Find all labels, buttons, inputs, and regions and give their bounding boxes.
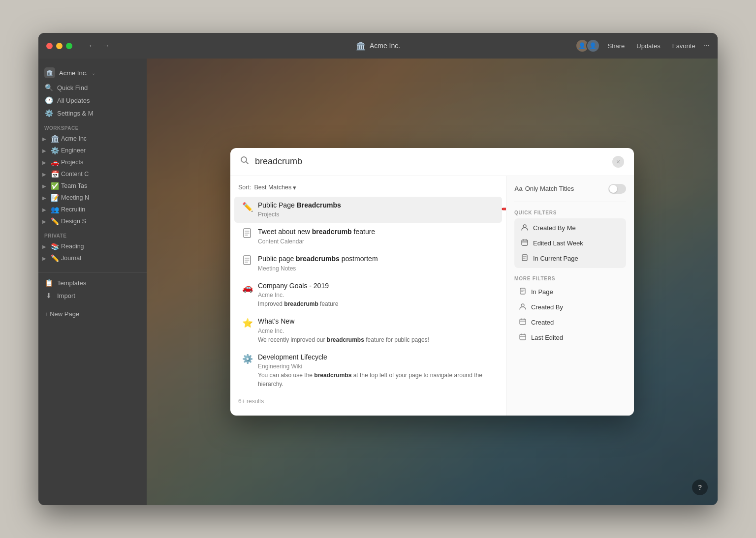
sidebar-item-engineering[interactable]: ▶ ⚙️ Engineer (38, 145, 147, 156)
team-label: Team Tas (61, 182, 87, 189)
favorite-button[interactable]: Favorite (668, 40, 699, 52)
sidebar-item-team[interactable]: ▶ ✅ Team Tas (38, 180, 147, 192)
filter-edited-last-week[interactable]: Edited Last Week (516, 236, 624, 251)
search-body: Sort: Best Matches ▾ ✏️ Public Pa (230, 176, 634, 416)
sort-bar: Sort: Best Matches ▾ (230, 182, 506, 196)
app-body: 🏛️ Acme Inc. ⌄ 🔍 Quick Find 🕐 All Update… (38, 59, 718, 505)
minimize-button[interactable] (56, 43, 63, 49)
search-modal: × Sort: Best Matches ▾ (230, 148, 634, 416)
sidebar-item-templates[interactable]: 📋 Templates (38, 276, 147, 289)
result-icon-doc (242, 255, 253, 268)
forward-button[interactable]: → (100, 40, 112, 51)
result-item[interactable]: ⚙️ Development Lifecycle Engineering Wik… (234, 349, 502, 393)
filter-in-page[interactable]: In Page (514, 284, 626, 299)
maximize-button[interactable] (66, 43, 72, 49)
more-filters-title: MORE FILTERS (514, 276, 626, 281)
page-title: Acme Inc. (370, 42, 400, 50)
filter-created[interactable]: Created (514, 315, 626, 330)
tree-arrow-icon: ▶ (42, 172, 48, 177)
sidebar-item-design[interactable]: ▶ ✏️ Design S (38, 215, 147, 227)
section-private-label: PRIVATE (38, 227, 147, 240)
result-item[interactable]: Public page breadcrumbs postmortem Meeti… (234, 250, 502, 277)
result-item[interactable]: Tweet about new breadcrumb feature Conte… (234, 223, 502, 250)
sidebar-item-acme[interactable]: ▶ 🏛️ Acme Inc (38, 133, 147, 145)
sidebar-item-settings[interactable]: ⚙️ Settings & M (38, 107, 147, 120)
acme-icon: 🏛️ (50, 135, 59, 143)
result-snippet: We recently improved our breadcrumbs fea… (258, 335, 494, 344)
share-button[interactable]: Share (604, 40, 629, 52)
sidebar-item-import[interactable]: ⬇ Import (38, 289, 147, 302)
sidebar-item-all-updates[interactable]: 🕐 All Updates (38, 94, 147, 107)
engineering-label: Engineer (61, 147, 86, 154)
result-item[interactable]: ✏️ Public Page Breadcrumbs Projects (234, 197, 502, 223)
sidebar-item-recruiting[interactable]: ▶ 👥 Recruitin (38, 204, 147, 215)
filter-created-by-me[interactable]: Created By Me (516, 220, 624, 236)
result-content: Public Page Breadcrumbs Projects (258, 201, 494, 219)
result-icon-star: ⭐ (242, 318, 253, 329)
chevron-down-icon: ▾ (293, 184, 296, 191)
search-input[interactable] (255, 156, 606, 167)
calendar-icon (518, 318, 527, 327)
result-title: Development Lifecycle (258, 353, 494, 362)
result-icon-gear: ⚙️ (242, 354, 253, 364)
filter-in-current-page[interactable]: In Current Page (516, 251, 624, 266)
result-subtitle: Acme Inc. (258, 328, 494, 334)
sort-button[interactable]: Best Matches ▾ (254, 184, 296, 191)
clear-search-button[interactable]: × (612, 156, 624, 168)
reading-icon: 📚 (50, 242, 59, 250)
only-match-label: Aa Only Match Titles (514, 185, 574, 192)
back-button[interactable]: ← (86, 40, 98, 51)
nav-arrows: ← → (86, 40, 112, 51)
only-match-titles-toggle[interactable] (608, 184, 626, 194)
team-icon: ✅ (50, 182, 59, 190)
page-icon: 🏛️ (356, 41, 366, 51)
page-icon (518, 288, 527, 296)
sidebar-item-meeting[interactable]: ▶ 📝 Meeting N (38, 192, 147, 204)
result-snippet: Improved breadcrumb feature (258, 299, 494, 308)
titlebar-center: 🏛️ Acme Inc. (356, 41, 400, 51)
meeting-label: Meeting N (61, 194, 89, 201)
app-window: ← → 🏛️ Acme Inc. 👤 👤 Share Updates Favor… (38, 33, 718, 505)
journal-label: Journal (61, 255, 81, 262)
sidebar-item-new-page[interactable]: + New Page (38, 308, 147, 320)
sidebar-item-content[interactable]: ▶ 📅 Content C (38, 168, 147, 180)
person-icon (518, 303, 527, 311)
result-title: Public Page Breadcrumbs (258, 201, 494, 210)
svg-rect-8 (520, 319, 526, 325)
filter-last-edited[interactable]: Last Edited (514, 330, 626, 345)
updates-button[interactable]: Updates (632, 40, 664, 52)
content-label: Content C (61, 171, 89, 178)
quick-filters-box: Created By Me (514, 218, 626, 268)
workspace-name: Acme Inc. (59, 69, 88, 77)
result-item[interactable]: ⭐ What's New Acme Inc. We recently impro… (234, 313, 502, 348)
sidebar-item-quick-find[interactable]: 🔍 Quick Find (38, 81, 147, 94)
result-content: What's New Acme Inc. We recently improve… (258, 317, 494, 344)
recruiting-icon: 👥 (50, 206, 59, 213)
more-button[interactable]: ··· (703, 41, 710, 50)
search-icon (240, 156, 249, 167)
calendar-icon (518, 333, 527, 342)
workspace-icon: 🏛️ (44, 67, 55, 78)
sidebar-item-reading[interactable]: ▶ 📚 Reading (38, 240, 147, 252)
close-button[interactable] (46, 43, 53, 49)
result-subtitle: Engineering Wiki (258, 363, 494, 370)
result-content: Tweet about new breadcrumb feature Conte… (258, 227, 494, 246)
sidebar-item-journal[interactable]: ▶ ✏️ Journal (38, 252, 147, 264)
engineering-icon: ⚙️ (50, 147, 59, 154)
sidebar-item-projects[interactable]: ▶ 🚗 Projects (38, 156, 147, 168)
svg-point-0 (241, 157, 247, 162)
import-label: Import (57, 292, 75, 299)
result-item[interactable]: 🚗 Company Goals - 2019 Acme Inc. Improve… (234, 277, 502, 313)
main-content: × Sort: Best Matches ▾ (147, 59, 718, 505)
filter-created-by[interactable]: Created By (514, 299, 626, 315)
titlebar-right: 👤 👤 Share Updates Favorite ··· (575, 39, 710, 53)
tree-arrow-icon: ▶ (42, 207, 48, 212)
workspace-header[interactable]: 🏛️ Acme Inc. ⌄ (38, 64, 147, 81)
red-arrow-indicator (501, 200, 506, 220)
search-header: × (230, 148, 634, 176)
projects-icon: 🚗 (50, 158, 59, 166)
calendar-icon (520, 239, 529, 247)
results-panel: Sort: Best Matches ▾ ✏️ Public Pa (230, 176, 506, 416)
filter-in-current-page-label: In Current Page (533, 255, 578, 262)
svg-rect-9 (520, 334, 526, 340)
